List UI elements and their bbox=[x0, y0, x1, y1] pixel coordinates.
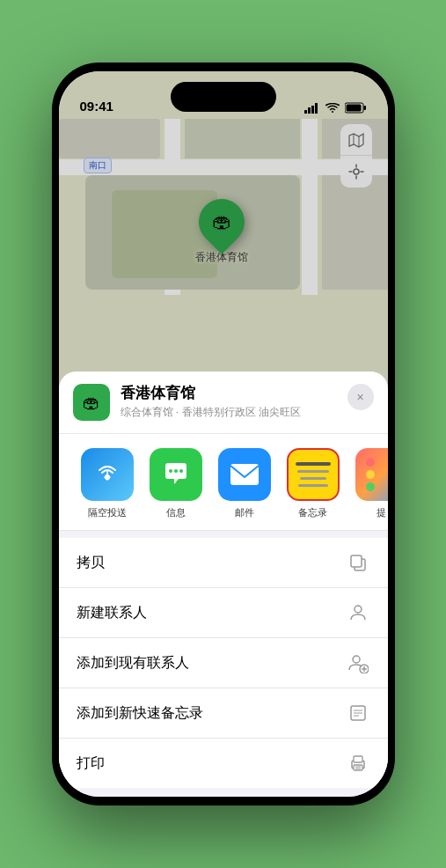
dynamic-island bbox=[171, 82, 276, 112]
share-app-mail[interactable]: 邮件 bbox=[210, 448, 279, 519]
action-new-contact[interactable]: 新建联系人 bbox=[59, 588, 388, 638]
airdrop-icon bbox=[81, 448, 134, 501]
copy-icon bbox=[346, 550, 370, 575]
sheet-overlay bbox=[59, 71, 388, 423]
action-copy[interactable]: 拷贝 bbox=[59, 538, 388, 588]
place-name: 香港体育馆 bbox=[121, 384, 337, 403]
svg-rect-17 bbox=[351, 555, 362, 567]
svg-rect-5 bbox=[363, 106, 366, 110]
phone-frame: 09:41 bbox=[52, 63, 395, 805]
share-app-notes[interactable]: 备忘录 bbox=[279, 448, 347, 519]
mail-icon bbox=[218, 448, 271, 501]
action-new-contact-label: 新建联系人 bbox=[77, 604, 147, 622]
mail-label: 邮件 bbox=[235, 506, 254, 519]
share-apps-container: 隔空投送 信息 bbox=[59, 434, 388, 531]
notes-icon bbox=[287, 448, 340, 501]
phone-screen: 09:41 bbox=[59, 71, 388, 797]
svg-rect-0 bbox=[304, 110, 307, 114]
quick-note-icon bbox=[346, 701, 370, 725]
action-print[interactable]: 打印 bbox=[59, 739, 388, 788]
svg-rect-29 bbox=[354, 765, 362, 770]
wifi-icon bbox=[325, 103, 340, 114]
share-app-airdrop[interactable]: 隔空投送 bbox=[73, 448, 142, 519]
messages-icon bbox=[150, 448, 202, 501]
share-app-more[interactable]: 提 bbox=[347, 448, 388, 519]
svg-rect-15 bbox=[230, 464, 259, 485]
share-apps-row: 隔空投送 信息 bbox=[59, 448, 388, 519]
place-close-button[interactable]: × bbox=[347, 384, 374, 410]
action-quick-note-label: 添加到新快速备忘录 bbox=[77, 704, 203, 723]
map-area: 南口 🏟 香港体育馆 bbox=[59, 71, 388, 423]
place-info: 香港体育馆 综合体育馆 · 香港特别行政区 油尖旺区 bbox=[121, 384, 337, 420]
share-app-messages[interactable]: 信息 bbox=[142, 448, 210, 519]
svg-point-18 bbox=[355, 606, 362, 613]
notes-label: 备忘录 bbox=[298, 506, 327, 519]
more-label: 提 bbox=[377, 506, 386, 519]
action-list: 拷贝 新建联系人 bbox=[59, 538, 388, 788]
place-icon-emoji: 🏟 bbox=[83, 393, 100, 413]
svg-rect-6 bbox=[346, 105, 361, 112]
svg-rect-28 bbox=[354, 756, 362, 762]
svg-point-14 bbox=[179, 469, 183, 473]
signal-icon bbox=[304, 103, 320, 114]
print-icon bbox=[346, 751, 370, 776]
svg-rect-2 bbox=[311, 106, 314, 114]
action-quick-note[interactable]: 添加到新快速备忘录 bbox=[59, 688, 388, 739]
action-copy-label: 拷贝 bbox=[77, 554, 105, 572]
svg-point-13 bbox=[174, 469, 178, 473]
action-add-existing-label: 添加到现有联系人 bbox=[77, 654, 189, 673]
bottom-sheet: 🏟 香港体育馆 综合体育馆 · 香港特别行政区 油尖旺区 × bbox=[59, 371, 388, 797]
more-icon bbox=[355, 448, 388, 501]
svg-point-12 bbox=[169, 469, 172, 473]
person-icon bbox=[346, 600, 370, 625]
battery-icon bbox=[345, 102, 367, 114]
place-card: 🏟 香港体育馆 综合体育馆 · 香港特别行政区 油尖旺区 × bbox=[59, 371, 388, 434]
place-icon: 🏟 bbox=[73, 384, 110, 421]
airdrop-label: 隔空投送 bbox=[88, 506, 127, 519]
messages-label: 信息 bbox=[166, 506, 186, 519]
svg-point-19 bbox=[353, 656, 360, 663]
status-icons bbox=[304, 102, 367, 114]
action-print-label: 打印 bbox=[77, 754, 105, 773]
svg-rect-1 bbox=[308, 107, 311, 114]
action-add-existing[interactable]: 添加到现有联系人 bbox=[59, 638, 388, 688]
svg-rect-3 bbox=[315, 103, 318, 114]
person-add-icon bbox=[346, 651, 370, 675]
place-desc: 综合体育馆 · 香港特别行政区 油尖旺区 bbox=[121, 405, 337, 420]
status-time: 09:41 bbox=[80, 99, 113, 114]
